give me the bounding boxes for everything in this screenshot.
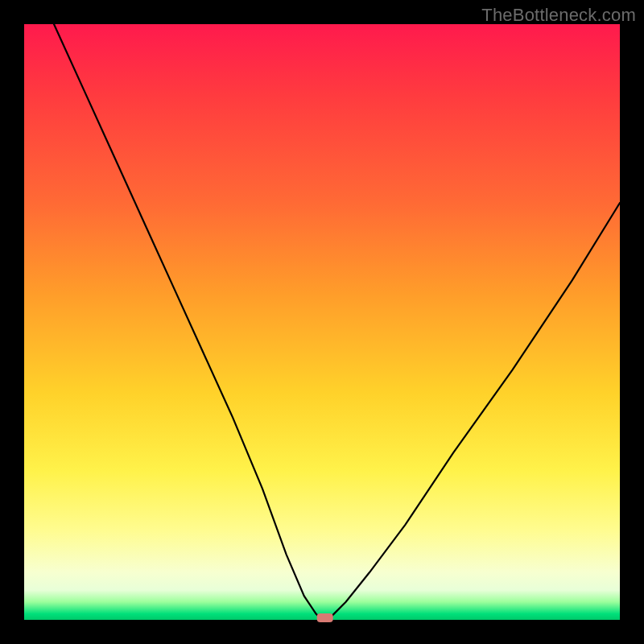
bottleneck-chart: TheBottleneck.com: [0, 0, 644, 644]
curve-layer: [24, 24, 620, 620]
bottleneck-curve-line: [54, 24, 620, 620]
minimum-marker: [317, 613, 333, 622]
watermark-text: TheBottleneck.com: [481, 5, 636, 26]
